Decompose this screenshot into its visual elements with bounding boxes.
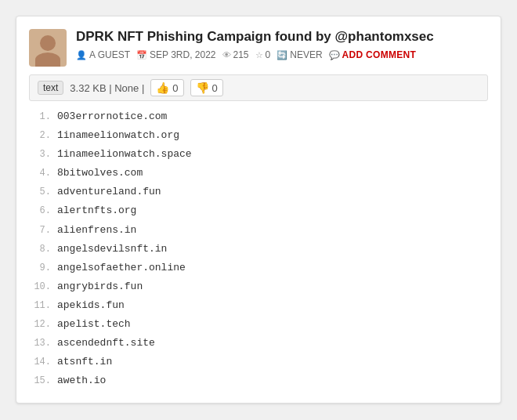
meta-updated: 🔄 NEVER — [277, 49, 322, 60]
line-content: 003errornotice.com — [57, 108, 167, 125]
table-row: 15.aweth.io — [29, 371, 488, 390]
line-number: 8. — [29, 241, 51, 257]
meta-views: 👁 215 — [222, 49, 249, 60]
table-row: 5.adventureland.fun — [29, 183, 488, 201]
line-content: alertnfts.org — [57, 202, 136, 219]
avatar-figure — [29, 29, 67, 67]
eye-icon: 👁 — [222, 50, 231, 60]
thumbs-up-icon — [156, 81, 169, 94]
line-number: 10. — [29, 279, 51, 295]
line-content: atsnft.in — [57, 353, 112, 371]
line-number: 13. — [29, 335, 51, 351]
line-number: 2. — [29, 128, 51, 143]
line-content: apelist.tech — [57, 316, 131, 333]
refresh-icon: 🔄 — [277, 50, 287, 60]
table-row: 6.alertnfts.org — [29, 201, 488, 220]
meta-author: 👤 A GUEST — [76, 49, 130, 60]
upvote-button[interactable]: 0 — [150, 79, 183, 96]
main-card: DPRK NFT Phishing Campaign found by @pha… — [16, 16, 501, 404]
line-number: 6. — [29, 203, 51, 219]
file-size: 3.32 KB | None | — [70, 82, 144, 94]
thumbs-down-icon — [196, 81, 209, 94]
table-row: 4.8bitwolves.com — [29, 164, 488, 183]
header-info: DPRK NFT Phishing Campaign found by @pha… — [76, 29, 488, 60]
date-label: SEP 3RD, 2022 — [150, 49, 216, 60]
line-number: 7. — [29, 223, 51, 238]
line-content: 8bitwolves.com — [57, 165, 143, 182]
star-icon: ☆ — [255, 50, 263, 60]
downvote-count: 0 — [212, 82, 218, 94]
card-header: DPRK NFT Phishing Campaign found by @pha… — [29, 29, 488, 67]
code-content: 1.003errornotice.com2.1inameelionwatch.o… — [29, 107, 488, 390]
user-icon: 👤 — [76, 50, 87, 60]
line-content: ascendednft.site — [57, 335, 155, 352]
table-row: 13.ascendednft.site — [29, 334, 488, 353]
upvote-count: 0 — [172, 82, 178, 94]
table-row: 11.apekids.fun — [29, 296, 488, 315]
line-content: 1inameelionwatch.org — [57, 127, 179, 144]
line-number: 3. — [29, 147, 51, 162]
table-row: 3.1inameelionwatch.space — [29, 145, 488, 164]
avatar-body — [35, 52, 60, 67]
line-content: 1inameelionwatch.space — [57, 146, 192, 163]
paste-title: DPRK NFT Phishing Campaign found by @pha… — [76, 29, 488, 45]
line-content: aweth.io — [57, 372, 106, 389]
table-row: 7.alienfrens.in — [29, 221, 488, 240]
views-label: 215 — [233, 49, 249, 60]
line-number: 12. — [29, 317, 51, 332]
meta-date: 📅 SEP 3RD, 2022 — [136, 49, 216, 60]
paste-meta: 👤 A GUEST 📅 SEP 3RD, 2022 👁 215 ☆ 0 🔄 — [76, 49, 488, 60]
comment-icon: 💬 — [329, 50, 340, 60]
meta-comment: 💬 ADD COMMENT — [329, 49, 417, 60]
line-content: alienfrens.in — [57, 222, 136, 239]
line-number: 11. — [29, 298, 51, 313]
line-content: apekids.fun — [57, 297, 125, 314]
updated-label: NEVER — [290, 49, 322, 60]
line-content: angelsofaether.online — [57, 259, 186, 277]
format-badge: text — [38, 81, 63, 95]
table-row: 1.003errornotice.com — [29, 107, 488, 126]
avatar-head — [40, 35, 56, 51]
calendar-icon: 📅 — [136, 50, 147, 60]
line-number: 9. — [29, 260, 51, 276]
downvote-button[interactable]: 0 — [190, 79, 223, 96]
meta-stars: ☆ 0 — [255, 49, 271, 60]
table-row: 2.1inameelionwatch.org — [29, 126, 488, 145]
line-content: angelsdevilsnft.in — [57, 241, 167, 258]
stars-label: 0 — [266, 49, 271, 60]
table-row: 12.apelist.tech — [29, 315, 488, 334]
line-number: 15. — [29, 373, 51, 389]
line-number: 5. — [29, 184, 51, 200]
author-label: A GUEST — [89, 49, 130, 60]
line-content: adventureland.fun — [57, 183, 161, 201]
line-content: angrybirds.fun — [57, 278, 143, 295]
avatar — [29, 29, 67, 67]
table-row: 8.angelsdevilsnft.in — [29, 240, 488, 259]
table-row: 10.angrybirds.fun — [29, 277, 488, 296]
table-row: 14.atsnft.in — [29, 353, 488, 371]
paste-toolbar: text 3.32 KB | None | 0 0 — [29, 74, 488, 101]
line-number: 1. — [29, 109, 51, 125]
add-comment-button[interactable]: ADD COMMENT — [342, 49, 417, 60]
line-number: 14. — [29, 354, 51, 370]
line-number: 4. — [29, 165, 51, 181]
table-row: 9.angelsofaether.online — [29, 259, 488, 277]
